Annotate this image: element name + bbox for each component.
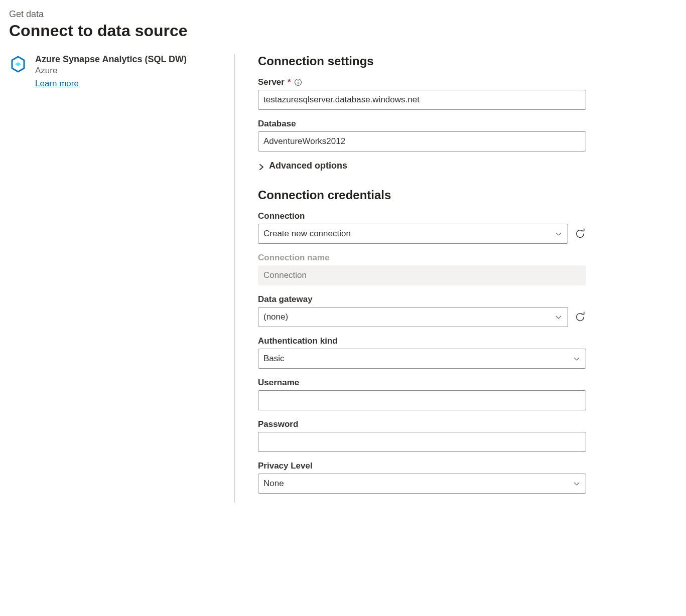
- auth-kind-select[interactable]: Basic: [258, 349, 586, 369]
- learn-more-link[interactable]: Learn more: [35, 79, 79, 89]
- connection-credentials-heading: Connection credentials: [258, 188, 586, 202]
- database-input[interactable]: [258, 131, 586, 151]
- advanced-options-toggle[interactable]: Advanced options: [258, 161, 586, 171]
- password-label: Password: [258, 419, 586, 429]
- connection-select[interactable]: Create new connection: [258, 224, 568, 244]
- auth-kind-label: Authentication kind: [258, 336, 586, 346]
- connection-name-input: [258, 265, 586, 285]
- synapse-icon: [9, 55, 27, 73]
- required-mark: *: [288, 77, 291, 87]
- connector-title: Azure Synapse Analytics (SQL DW): [35, 54, 187, 65]
- username-input[interactable]: [258, 390, 586, 410]
- server-label: Server *: [258, 77, 586, 87]
- database-label: Database: [258, 119, 586, 129]
- server-input[interactable]: [258, 90, 586, 110]
- chevron-down-icon: [555, 313, 563, 321]
- chevron-down-icon: [573, 480, 581, 488]
- chevron-down-icon: [555, 230, 563, 238]
- connection-label: Connection: [258, 211, 586, 221]
- connection-name-label: Connection name: [258, 253, 586, 263]
- gateway-refresh-button[interactable]: [574, 311, 586, 323]
- connection-settings-heading: Connection settings: [258, 54, 586, 68]
- svg-point-1: [298, 80, 299, 81]
- chevron-down-icon: [573, 355, 581, 363]
- connector-subtitle: Azure: [35, 66, 187, 76]
- chevron-right-icon: [258, 163, 265, 170]
- privacy-level-select[interactable]: None: [258, 474, 586, 494]
- breadcrumb: Get data: [9, 9, 677, 20]
- data-gateway-label: Data gateway: [258, 294, 586, 304]
- password-input[interactable]: [258, 432, 586, 452]
- svg-rect-2: [298, 82, 298, 84]
- connector-panel: Azure Synapse Analytics (SQL DW) Azure L…: [9, 54, 235, 503]
- privacy-level-label: Privacy Level: [258, 461, 586, 471]
- data-gateway-select[interactable]: (none): [258, 307, 568, 327]
- info-icon[interactable]: [294, 78, 302, 86]
- username-label: Username: [258, 378, 586, 388]
- connection-refresh-button[interactable]: [574, 228, 586, 240]
- page-title: Connect to data source: [9, 22, 677, 40]
